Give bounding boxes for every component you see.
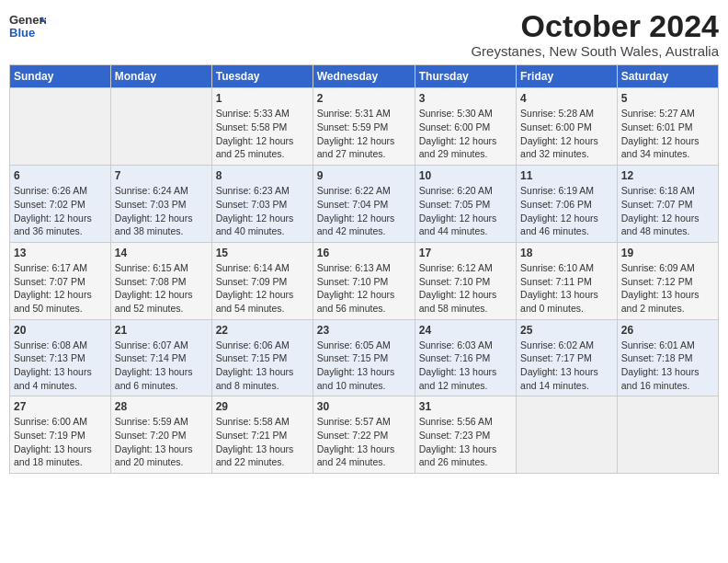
- day-info: Sunrise: 6:19 AMSunset: 7:06 PMDaylight:…: [520, 184, 613, 238]
- logo: General Blue: [9, 9, 50, 42]
- day-info: Sunrise: 6:20 AMSunset: 7:05 PMDaylight:…: [419, 184, 512, 238]
- day-info: Sunrise: 5:57 AMSunset: 7:22 PMDaylight:…: [317, 415, 411, 469]
- day-number: 4: [520, 92, 613, 105]
- calendar-day-cell: [517, 396, 618, 474]
- day-number: 6: [14, 169, 107, 182]
- calendar-day-cell: [110, 88, 211, 166]
- day-info: Sunrise: 6:22 AMSunset: 7:04 PMDaylight:…: [317, 184, 411, 238]
- day-info: Sunrise: 6:08 AMSunset: 7:13 PMDaylight:…: [14, 339, 107, 393]
- calendar-week-row: 27Sunrise: 6:00 AMSunset: 7:19 PMDayligh…: [10, 396, 719, 474]
- day-info: Sunrise: 6:03 AMSunset: 7:16 PMDaylight:…: [419, 339, 512, 393]
- day-number: 24: [419, 324, 512, 337]
- calendar-day-cell: 19Sunrise: 6:09 AMSunset: 7:12 PMDayligh…: [617, 242, 718, 319]
- day-of-week-header: Friday: [517, 65, 618, 88]
- day-number: 14: [115, 247, 208, 259]
- day-info: Sunrise: 6:18 AMSunset: 7:07 PMDaylight:…: [621, 184, 714, 238]
- day-info: Sunrise: 6:24 AMSunset: 7:03 PMDaylight:…: [115, 184, 208, 238]
- calendar-day-cell: [10, 88, 111, 166]
- day-number: 7: [115, 169, 208, 182]
- day-info: Sunrise: 6:07 AMSunset: 7:14 PMDaylight:…: [115, 339, 208, 393]
- day-of-week-header: Sunday: [10, 65, 111, 88]
- day-info: Sunrise: 6:05 AMSunset: 7:15 PMDaylight:…: [317, 339, 411, 393]
- day-number: 29: [216, 400, 309, 413]
- month-title: October 2024: [471, 9, 719, 43]
- calendar-day-cell: 5Sunrise: 5:27 AMSunset: 6:01 PMDaylight…: [617, 88, 718, 166]
- day-number: 5: [621, 92, 714, 105]
- calendar-day-cell: 3Sunrise: 5:30 AMSunset: 6:00 PMDaylight…: [415, 88, 516, 166]
- calendar-day-cell: 31Sunrise: 5:56 AMSunset: 7:23 PMDayligh…: [415, 396, 516, 474]
- calendar-day-cell: 2Sunrise: 5:31 AMSunset: 5:59 PMDaylight…: [313, 88, 415, 166]
- day-number: 22: [216, 324, 309, 337]
- day-info: Sunrise: 6:01 AMSunset: 7:18 PMDaylight:…: [621, 339, 714, 393]
- calendar-day-cell: 11Sunrise: 6:19 AMSunset: 7:06 PMDayligh…: [517, 166, 618, 243]
- day-info: Sunrise: 6:10 AMSunset: 7:11 PMDaylight:…: [520, 261, 613, 316]
- calendar-day-cell: 7Sunrise: 6:24 AMSunset: 7:03 PMDaylight…: [110, 166, 211, 243]
- calendar-day-cell: 20Sunrise: 6:08 AMSunset: 7:13 PMDayligh…: [10, 319, 111, 396]
- calendar-day-cell: 30Sunrise: 5:57 AMSunset: 7:22 PMDayligh…: [313, 396, 415, 474]
- calendar-day-cell: 15Sunrise: 6:14 AMSunset: 7:09 PMDayligh…: [211, 242, 313, 319]
- day-number: 30: [317, 400, 411, 413]
- day-of-week-header: Tuesday: [211, 65, 313, 88]
- calendar-week-row: 13Sunrise: 6:17 AMSunset: 7:07 PMDayligh…: [10, 242, 719, 319]
- day-info: Sunrise: 5:30 AMSunset: 6:00 PMDaylight:…: [419, 107, 512, 161]
- calendar-day-cell: 9Sunrise: 6:22 AMSunset: 7:04 PMDaylight…: [313, 166, 415, 243]
- day-info: Sunrise: 6:12 AMSunset: 7:10 PMDaylight:…: [419, 261, 512, 316]
- day-number: 16: [317, 247, 411, 259]
- day-number: 9: [317, 169, 411, 182]
- location-subtitle: Greystanes, New South Wales, Australia: [471, 43, 719, 59]
- day-info: Sunrise: 5:31 AMSunset: 5:59 PMDaylight:…: [317, 107, 411, 161]
- calendar-week-row: 6Sunrise: 6:26 AMSunset: 7:02 PMDaylight…: [10, 166, 719, 243]
- calendar-day-cell: [617, 396, 718, 474]
- day-info: Sunrise: 6:14 AMSunset: 7:09 PMDaylight:…: [216, 261, 309, 316]
- calendar-day-cell: 23Sunrise: 6:05 AMSunset: 7:15 PMDayligh…: [313, 319, 415, 396]
- day-number: 25: [520, 324, 613, 337]
- day-number: 19: [621, 247, 714, 259]
- day-info: Sunrise: 5:59 AMSunset: 7:20 PMDaylight:…: [115, 415, 208, 469]
- calendar-day-cell: 27Sunrise: 6:00 AMSunset: 7:19 PMDayligh…: [10, 396, 111, 474]
- calendar-header-row: SundayMondayTuesdayWednesdayThursdayFrid…: [10, 65, 719, 88]
- calendar-week-row: 20Sunrise: 6:08 AMSunset: 7:13 PMDayligh…: [10, 319, 719, 396]
- day-number: 31: [419, 400, 512, 413]
- page-header: General Blue October 2024 Greystanes, Ne…: [9, 9, 719, 59]
- day-info: Sunrise: 6:17 AMSunset: 7:07 PMDaylight:…: [14, 261, 107, 316]
- calendar-day-cell: 17Sunrise: 6:12 AMSunset: 7:10 PMDayligh…: [415, 242, 516, 319]
- calendar-week-row: 1Sunrise: 5:33 AMSunset: 5:58 PMDaylight…: [10, 88, 719, 166]
- day-info: Sunrise: 6:09 AMSunset: 7:12 PMDaylight:…: [621, 261, 714, 316]
- calendar-day-cell: 8Sunrise: 6:23 AMSunset: 7:03 PMDaylight…: [211, 166, 313, 243]
- day-number: 1: [216, 92, 309, 105]
- day-number: 17: [419, 247, 512, 259]
- day-number: 21: [115, 324, 208, 337]
- day-number: 11: [520, 169, 613, 182]
- day-number: 27: [14, 400, 107, 413]
- day-info: Sunrise: 6:00 AMSunset: 7:19 PMDaylight:…: [14, 415, 107, 469]
- day-info: Sunrise: 5:33 AMSunset: 5:58 PMDaylight:…: [216, 107, 309, 161]
- day-number: 2: [317, 92, 411, 105]
- calendar-day-cell: 22Sunrise: 6:06 AMSunset: 7:15 PMDayligh…: [211, 319, 313, 396]
- calendar-day-cell: 29Sunrise: 5:58 AMSunset: 7:21 PMDayligh…: [211, 396, 313, 474]
- day-of-week-header: Saturday: [617, 65, 718, 88]
- calendar-table: SundayMondayTuesdayWednesdayThursdayFrid…: [9, 64, 719, 474]
- day-number: 20: [14, 324, 107, 337]
- day-info: Sunrise: 5:27 AMSunset: 6:01 PMDaylight:…: [621, 107, 714, 161]
- calendar-day-cell: 26Sunrise: 6:01 AMSunset: 7:18 PMDayligh…: [617, 319, 718, 396]
- day-info: Sunrise: 6:02 AMSunset: 7:17 PMDaylight:…: [520, 339, 613, 393]
- calendar-day-cell: 4Sunrise: 5:28 AMSunset: 6:00 PMDaylight…: [517, 88, 618, 166]
- day-of-week-header: Wednesday: [313, 65, 415, 88]
- day-number: 13: [14, 247, 107, 259]
- day-info: Sunrise: 6:13 AMSunset: 7:10 PMDaylight:…: [317, 261, 411, 316]
- day-number: 8: [216, 169, 309, 182]
- day-of-week-header: Thursday: [415, 65, 516, 88]
- calendar-day-cell: 14Sunrise: 6:15 AMSunset: 7:08 PMDayligh…: [110, 242, 211, 319]
- day-number: 23: [317, 324, 411, 337]
- calendar-day-cell: 6Sunrise: 6:26 AMSunset: 7:02 PMDaylight…: [10, 166, 111, 243]
- title-block: October 2024 Greystanes, New South Wales…: [471, 9, 719, 59]
- day-info: Sunrise: 6:15 AMSunset: 7:08 PMDaylight:…: [115, 261, 208, 316]
- svg-text:Blue: Blue: [9, 26, 35, 40]
- calendar-day-cell: 21Sunrise: 6:07 AMSunset: 7:14 PMDayligh…: [110, 319, 211, 396]
- day-number: 3: [419, 92, 512, 105]
- day-number: 28: [115, 400, 208, 413]
- logo-icon: General Blue: [9, 9, 46, 42]
- day-info: Sunrise: 5:56 AMSunset: 7:23 PMDaylight:…: [419, 415, 512, 469]
- day-number: 18: [520, 247, 613, 259]
- day-info: Sunrise: 5:58 AMSunset: 7:21 PMDaylight:…: [216, 415, 309, 469]
